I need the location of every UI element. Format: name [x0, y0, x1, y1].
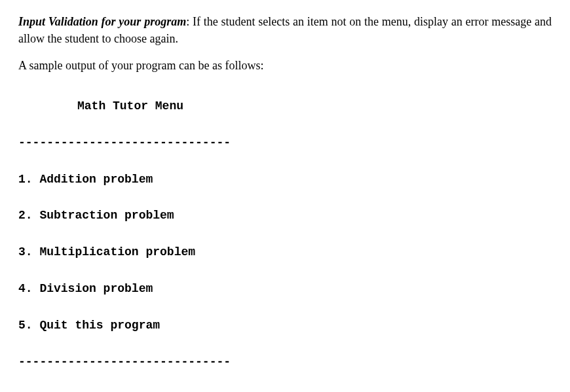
intro-paragraph: Input Validation for your program: If th… [18, 13, 552, 47]
menu-item: 3. Multiplication problem [18, 243, 552, 262]
menu-item: 2. Subtraction problem [18, 207, 552, 225]
menu-item: 5. Quit this program [18, 317, 552, 335]
divider-bottom: ------------------------------ [18, 353, 552, 372]
divider-top: ------------------------------ [18, 134, 552, 152]
sample-output-label: A sample output of your program can be a… [18, 59, 552, 73]
menu-item: 1. Addition problem [18, 171, 552, 189]
intro-lead: Input Validation for your program [18, 15, 186, 28]
prompt-line: Enter your choice (1-5): 7↵ [18, 389, 552, 392]
menu-item: 4. Division problem [18, 280, 552, 298]
console-output: Math Tutor Menu ------------------------… [18, 79, 552, 392]
menu-title: Math Tutor Menu [18, 98, 552, 116]
